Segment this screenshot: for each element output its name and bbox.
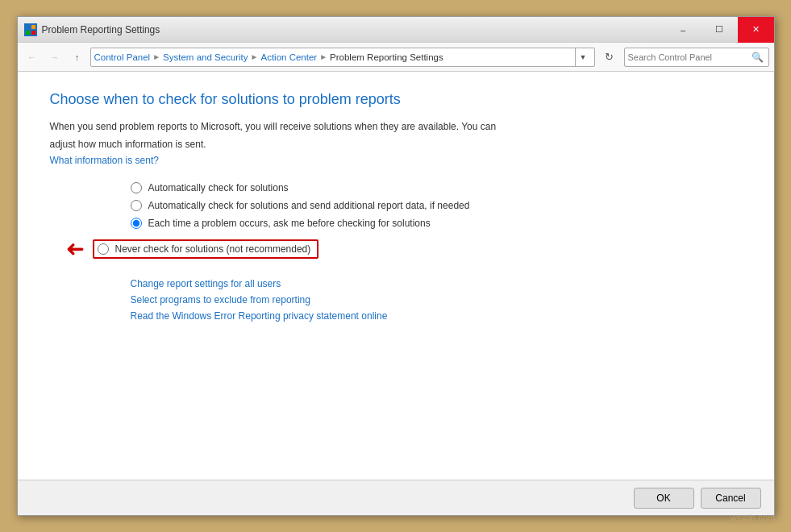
main-window: Problem Reporting Settings – ☐ ✕ ← → ↑ C… (17, 16, 775, 516)
maximize-button[interactable]: ☐ (701, 17, 738, 43)
option-1[interactable]: Automatically check for solutions (131, 182, 742, 193)
option-3[interactable]: Each time a problem occurs, ask me befor… (131, 218, 742, 229)
privacy-statement-link[interactable]: Read the Windows Error Reporting privacy… (131, 310, 742, 322)
radio-opt3[interactable] (131, 218, 142, 229)
option-3-label: Each time a problem occurs, ask me befor… (148, 218, 431, 229)
breadcrumb-sep-1: ► (152, 52, 160, 61)
breadcrumb-sep-2: ► (251, 52, 259, 61)
cancel-button[interactable]: Cancel (701, 488, 761, 509)
breadcrumb-bar: Control Panel ► System and Security ► Ac… (90, 48, 595, 67)
refresh-button[interactable]: ↻ (600, 48, 619, 67)
radio-opt4[interactable] (98, 243, 109, 255)
breadcrumb-system-security[interactable]: System and Security (163, 52, 248, 62)
title-bar-controls: – ☐ ✕ (665, 17, 774, 43)
breadcrumb-sep-3: ► (319, 52, 327, 61)
red-arrow-icon: ➜ (66, 235, 85, 262)
option-2-label: Automatically check for solutions and se… (148, 200, 470, 211)
watermark: wsxdn.com (731, 513, 775, 522)
breadcrumb-control-panel[interactable]: Control Panel (94, 52, 151, 62)
search-input[interactable] (628, 52, 747, 62)
option-4-row: ➜ Never check for solutions (not recomme… (131, 235, 742, 262)
close-button[interactable]: ✕ (738, 17, 774, 43)
svg-rect-0 (26, 25, 30, 29)
svg-rect-1 (31, 25, 35, 29)
breadcrumb-current: Problem Reporting Settings (330, 52, 443, 62)
description-line2: adjust how much information is sent. (50, 137, 598, 152)
window-icon (24, 23, 37, 36)
breadcrumb-dropdown[interactable]: ▼ (575, 48, 591, 67)
page-heading: Choose when to check for solutions to pr… (50, 91, 742, 108)
window-title: Problem Reporting Settings (42, 24, 160, 35)
svg-rect-3 (31, 31, 35, 35)
content-area: Choose when to check for solutions to pr… (18, 72, 774, 480)
radio-opt2[interactable] (131, 200, 142, 211)
option-4-highlight: Never check for solutions (not recommend… (93, 239, 319, 259)
address-bar: ← → ↑ Control Panel ► System and Securit… (18, 43, 774, 72)
radio-opt1[interactable] (131, 182, 142, 193)
title-bar-left: Problem Reporting Settings (24, 23, 160, 36)
back-button[interactable]: ← (23, 48, 42, 67)
up-button[interactable]: ↑ (68, 48, 87, 67)
minimize-button[interactable]: – (665, 17, 701, 43)
option-4[interactable]: Never check for solutions (not recommend… (98, 243, 311, 255)
change-report-settings-link[interactable]: Change report settings for all users (131, 278, 742, 289)
option-2[interactable]: Automatically check for solutions and se… (131, 200, 742, 211)
description-line1: When you send problem reports to Microso… (50, 119, 598, 134)
breadcrumb-action-center[interactable]: Action Center (260, 52, 317, 62)
footer: OK Cancel (18, 480, 774, 515)
title-bar: Problem Reporting Settings – ☐ ✕ (18, 17, 774, 43)
options-area: Automatically check for solutions Automa… (131, 182, 742, 262)
option-4-label: Never check for solutions (not recommend… (115, 243, 311, 255)
select-programs-link[interactable]: Select programs to exclude from reportin… (131, 294, 742, 305)
svg-rect-2 (26, 31, 30, 35)
info-link[interactable]: What information is sent? (50, 155, 159, 166)
search-icon[interactable]: 🔍 (751, 50, 765, 64)
option-1-label: Automatically check for solutions (148, 182, 289, 193)
search-box: 🔍 (624, 48, 769, 67)
forward-button[interactable]: → (45, 48, 65, 67)
extra-links-area: Change report settings for all users Sel… (131, 278, 742, 322)
ok-button[interactable]: OK (634, 488, 694, 509)
